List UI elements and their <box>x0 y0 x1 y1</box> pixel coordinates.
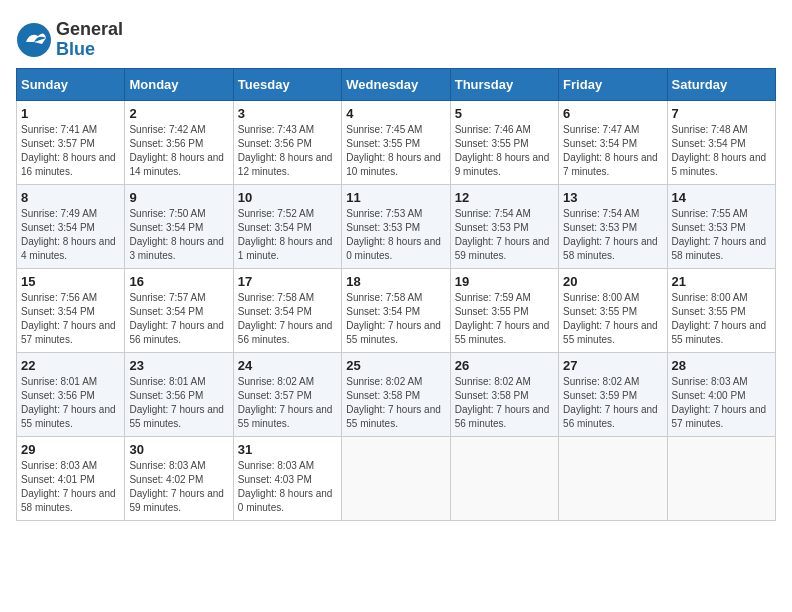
weekday-header-monday: Monday <box>125 68 233 100</box>
calendar-cell: 1Sunrise: 7:41 AMSunset: 3:57 PMDaylight… <box>17 100 125 184</box>
weekday-header-thursday: Thursday <box>450 68 558 100</box>
day-number: 23 <box>129 358 228 373</box>
header: General Blue <box>16 16 776 60</box>
day-number: 14 <box>672 190 771 205</box>
day-number: 8 <box>21 190 120 205</box>
day-info: Sunrise: 8:03 AMSunset: 4:01 PMDaylight:… <box>21 459 120 515</box>
calendar-header: SundayMondayTuesdayWednesdayThursdayFrid… <box>17 68 776 100</box>
day-number: 16 <box>129 274 228 289</box>
weekday-header-tuesday: Tuesday <box>233 68 341 100</box>
day-number: 2 <box>129 106 228 121</box>
day-info: Sunrise: 7:55 AMSunset: 3:53 PMDaylight:… <box>672 207 771 263</box>
day-info: Sunrise: 7:56 AMSunset: 3:54 PMDaylight:… <box>21 291 120 347</box>
day-info: Sunrise: 7:43 AMSunset: 3:56 PMDaylight:… <box>238 123 337 179</box>
day-number: 22 <box>21 358 120 373</box>
day-info: Sunrise: 7:57 AMSunset: 3:54 PMDaylight:… <box>129 291 228 347</box>
day-number: 12 <box>455 190 554 205</box>
day-number: 6 <box>563 106 662 121</box>
logo-line2: Blue <box>56 40 123 60</box>
day-info: Sunrise: 7:52 AMSunset: 3:54 PMDaylight:… <box>238 207 337 263</box>
calendar-cell <box>559 436 667 520</box>
day-number: 13 <box>563 190 662 205</box>
day-number: 17 <box>238 274 337 289</box>
day-number: 25 <box>346 358 445 373</box>
day-info: Sunrise: 7:59 AMSunset: 3:55 PMDaylight:… <box>455 291 554 347</box>
day-info: Sunrise: 7:58 AMSunset: 3:54 PMDaylight:… <box>346 291 445 347</box>
day-number: 19 <box>455 274 554 289</box>
day-info: Sunrise: 7:45 AMSunset: 3:55 PMDaylight:… <box>346 123 445 179</box>
day-info: Sunrise: 8:02 AMSunset: 3:57 PMDaylight:… <box>238 375 337 431</box>
calendar-table: SundayMondayTuesdayWednesdayThursdayFrid… <box>16 68 776 521</box>
calendar-cell: 21Sunrise: 8:00 AMSunset: 3:55 PMDayligh… <box>667 268 775 352</box>
calendar-cell: 5Sunrise: 7:46 AMSunset: 3:55 PMDaylight… <box>450 100 558 184</box>
calendar-cell: 31Sunrise: 8:03 AMSunset: 4:03 PMDayligh… <box>233 436 341 520</box>
day-number: 18 <box>346 274 445 289</box>
calendar-cell: 26Sunrise: 8:02 AMSunset: 3:58 PMDayligh… <box>450 352 558 436</box>
day-info: Sunrise: 8:02 AMSunset: 3:59 PMDaylight:… <box>563 375 662 431</box>
day-number: 30 <box>129 442 228 457</box>
calendar-cell <box>667 436 775 520</box>
calendar-week-row: 1Sunrise: 7:41 AMSunset: 3:57 PMDaylight… <box>17 100 776 184</box>
day-info: Sunrise: 7:53 AMSunset: 3:53 PMDaylight:… <box>346 207 445 263</box>
day-number: 3 <box>238 106 337 121</box>
day-info: Sunrise: 8:03 AMSunset: 4:02 PMDaylight:… <box>129 459 228 515</box>
logo: General Blue <box>16 16 123 60</box>
weekday-header-row: SundayMondayTuesdayWednesdayThursdayFrid… <box>17 68 776 100</box>
day-number: 15 <box>21 274 120 289</box>
logo-icon <box>16 22 52 58</box>
day-info: Sunrise: 7:58 AMSunset: 3:54 PMDaylight:… <box>238 291 337 347</box>
day-number: 29 <box>21 442 120 457</box>
day-info: Sunrise: 7:42 AMSunset: 3:56 PMDaylight:… <box>129 123 228 179</box>
day-number: 26 <box>455 358 554 373</box>
calendar-cell: 13Sunrise: 7:54 AMSunset: 3:53 PMDayligh… <box>559 184 667 268</box>
day-number: 28 <box>672 358 771 373</box>
calendar-cell: 30Sunrise: 8:03 AMSunset: 4:02 PMDayligh… <box>125 436 233 520</box>
day-info: Sunrise: 7:54 AMSunset: 3:53 PMDaylight:… <box>455 207 554 263</box>
day-number: 7 <box>672 106 771 121</box>
day-info: Sunrise: 8:02 AMSunset: 3:58 PMDaylight:… <box>346 375 445 431</box>
day-number: 5 <box>455 106 554 121</box>
calendar-cell: 18Sunrise: 7:58 AMSunset: 3:54 PMDayligh… <box>342 268 450 352</box>
calendar-cell: 8Sunrise: 7:49 AMSunset: 3:54 PMDaylight… <box>17 184 125 268</box>
calendar-cell <box>450 436 558 520</box>
day-number: 20 <box>563 274 662 289</box>
weekday-header-saturday: Saturday <box>667 68 775 100</box>
day-info: Sunrise: 8:01 AMSunset: 3:56 PMDaylight:… <box>129 375 228 431</box>
calendar-cell: 28Sunrise: 8:03 AMSunset: 4:00 PMDayligh… <box>667 352 775 436</box>
calendar-cell <box>342 436 450 520</box>
day-number: 11 <box>346 190 445 205</box>
calendar-cell: 27Sunrise: 8:02 AMSunset: 3:59 PMDayligh… <box>559 352 667 436</box>
day-info: Sunrise: 7:49 AMSunset: 3:54 PMDaylight:… <box>21 207 120 263</box>
day-info: Sunrise: 7:48 AMSunset: 3:54 PMDaylight:… <box>672 123 771 179</box>
day-number: 27 <box>563 358 662 373</box>
day-info: Sunrise: 8:03 AMSunset: 4:03 PMDaylight:… <box>238 459 337 515</box>
day-number: 9 <box>129 190 228 205</box>
day-info: Sunrise: 8:01 AMSunset: 3:56 PMDaylight:… <box>21 375 120 431</box>
calendar-cell: 14Sunrise: 7:55 AMSunset: 3:53 PMDayligh… <box>667 184 775 268</box>
day-number: 21 <box>672 274 771 289</box>
calendar-cell: 23Sunrise: 8:01 AMSunset: 3:56 PMDayligh… <box>125 352 233 436</box>
calendar-cell: 29Sunrise: 8:03 AMSunset: 4:01 PMDayligh… <box>17 436 125 520</box>
weekday-header-wednesday: Wednesday <box>342 68 450 100</box>
calendar-cell: 19Sunrise: 7:59 AMSunset: 3:55 PMDayligh… <box>450 268 558 352</box>
calendar-cell: 2Sunrise: 7:42 AMSunset: 3:56 PMDaylight… <box>125 100 233 184</box>
calendar-week-row: 15Sunrise: 7:56 AMSunset: 3:54 PMDayligh… <box>17 268 776 352</box>
calendar-cell: 25Sunrise: 8:02 AMSunset: 3:58 PMDayligh… <box>342 352 450 436</box>
calendar-week-row: 8Sunrise: 7:49 AMSunset: 3:54 PMDaylight… <box>17 184 776 268</box>
day-info: Sunrise: 7:54 AMSunset: 3:53 PMDaylight:… <box>563 207 662 263</box>
logo-line1: General <box>56 20 123 40</box>
calendar-cell: 24Sunrise: 8:02 AMSunset: 3:57 PMDayligh… <box>233 352 341 436</box>
day-number: 24 <box>238 358 337 373</box>
day-info: Sunrise: 7:50 AMSunset: 3:54 PMDaylight:… <box>129 207 228 263</box>
calendar-cell: 7Sunrise: 7:48 AMSunset: 3:54 PMDaylight… <box>667 100 775 184</box>
day-info: Sunrise: 7:47 AMSunset: 3:54 PMDaylight:… <box>563 123 662 179</box>
day-info: Sunrise: 8:03 AMSunset: 4:00 PMDaylight:… <box>672 375 771 431</box>
weekday-header-sunday: Sunday <box>17 68 125 100</box>
day-info: Sunrise: 8:00 AMSunset: 3:55 PMDaylight:… <box>672 291 771 347</box>
day-info: Sunrise: 8:00 AMSunset: 3:55 PMDaylight:… <box>563 291 662 347</box>
weekday-header-friday: Friday <box>559 68 667 100</box>
calendar-cell: 6Sunrise: 7:47 AMSunset: 3:54 PMDaylight… <box>559 100 667 184</box>
day-info: Sunrise: 8:02 AMSunset: 3:58 PMDaylight:… <box>455 375 554 431</box>
calendar-cell: 10Sunrise: 7:52 AMSunset: 3:54 PMDayligh… <box>233 184 341 268</box>
day-info: Sunrise: 7:46 AMSunset: 3:55 PMDaylight:… <box>455 123 554 179</box>
